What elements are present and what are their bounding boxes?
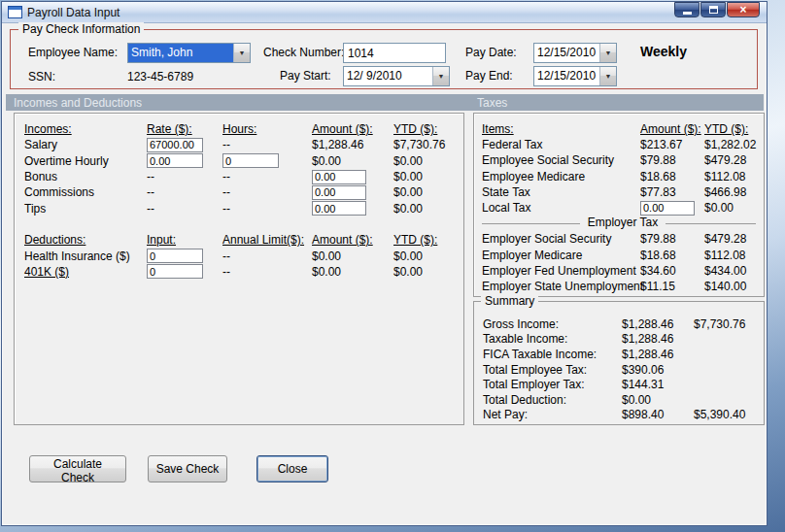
column-header-ded-amount: Amount ($):: [312, 233, 393, 247]
bonus-amount-input[interactable]: [312, 170, 366, 184]
calculate-check-button[interactable]: Calculate Check: [29, 455, 126, 482]
column-header-annual-limit: Annual Limit($):: [222, 233, 312, 247]
paycheck-info-groupbox: Pay Check Information Employee Name: Smi…: [10, 29, 758, 89]
pay-start-picker[interactable]: 12/ 9/2010 ▼: [343, 66, 450, 86]
column-header-amount: Amount ($):: [312, 122, 393, 136]
app-icon: [8, 6, 22, 18]
summary-amount-gross: $1,288.46: [622, 317, 694, 331]
summary-ytd-gross: $7,730.76: [694, 317, 764, 331]
dropdown-arrow-icon[interactable]: ▼: [599, 44, 616, 62]
summary-amount-total-employee-tax: $390.06: [622, 363, 694, 377]
summary-label-total-deduction: Total Deduction:: [483, 393, 622, 407]
salary-hours: --: [222, 138, 312, 151]
dropdown-arrow-icon[interactable]: ▼: [233, 44, 250, 62]
close-window-button[interactable]: ×: [727, 2, 760, 17]
overtime-amount: $0.00: [312, 154, 393, 168]
check-number-input[interactable]: [343, 43, 446, 63]
commissions-rate: --: [147, 185, 222, 199]
tax-ytd-federal: $1,282.02: [704, 138, 764, 151]
overtime-hours-input[interactable]: [222, 153, 279, 168]
summary-legend: Summary: [481, 294, 538, 308]
tax-amount-federal: $213.67: [640, 138, 704, 151]
local-tax-input[interactable]: [640, 201, 695, 216]
tips-amount-input[interactable]: [312, 201, 366, 216]
column-header-ded-ytd: YTD ($):: [393, 233, 463, 247]
summary-label-fica: FICA Taxable Income:: [483, 348, 622, 361]
window-titlebar[interactable]: Payroll Data Input ×: [2, 2, 767, 23]
dropdown-arrow-icon[interactable]: ▼: [599, 67, 616, 85]
ssn-value: 123-45-6789: [127, 70, 193, 83]
tax-ytd-employer-medicare: $112.08: [704, 249, 764, 262]
summary-label-taxable: Taxable Income:: [483, 332, 622, 346]
section-header-taxes: Taxes: [477, 96, 507, 110]
401k-limit: --: [222, 265, 312, 279]
tax-label-employer-state-unemp: Employer State Unemployment: [482, 280, 640, 293]
section-band: Incomes and Deductions Taxes: [6, 94, 764, 111]
bonus-hours: --: [222, 170, 312, 183]
health-insurance-ytd: $0.00: [393, 249, 463, 263]
bonus-rate: --: [147, 170, 222, 183]
salary-rate-input[interactable]: [147, 138, 203, 152]
tax-ytd-employee-medicare: $112.08: [704, 170, 764, 183]
pay-date-picker[interactable]: 12/15/2010 ▼: [533, 43, 617, 63]
health-insurance-input[interactable]: [147, 249, 203, 263]
tax-amount-employer-fed-unemp: $34.60: [640, 264, 704, 278]
save-check-button[interactable]: Save Check: [148, 455, 227, 482]
dropdown-arrow-icon[interactable]: ▼: [432, 67, 449, 85]
tax-label-employee-ss: Employee Social Security: [482, 153, 640, 167]
check-number-label: Check Number:: [263, 46, 344, 59]
tax-amount-employer-state-unemp: $11.15: [640, 280, 704, 293]
column-header-incomes: Incomes:: [24, 122, 147, 136]
401k-input[interactable]: [147, 264, 203, 279]
taxes-panel: Items: Amount ($): YTD ($): Federal Tax …: [473, 113, 765, 297]
health-insurance-limit: --: [222, 249, 312, 263]
summary-amount-total-deduction: $0.00: [622, 393, 694, 407]
payroll-window: Payroll Data Input × Pay Check Informati…: [1, 1, 768, 526]
close-icon: ×: [739, 4, 746, 16]
income-label-salary: Salary: [24, 138, 147, 151]
commissions-amount-input[interactable]: [312, 185, 366, 200]
tax-ytd-employer-ss: $479.28: [704, 232, 764, 246]
close-action-button[interactable]: Close: [256, 455, 328, 482]
deduction-label-401k-link[interactable]: 401K ($): [24, 265, 147, 279]
income-label-bonus: Bonus: [24, 170, 147, 183]
tax-ytd-state: $466.98: [704, 185, 764, 199]
401k-amount: $0.00: [312, 265, 393, 279]
maximize-button[interactable]: [700, 2, 726, 17]
summary-label-net-pay: Net Pay:: [483, 408, 622, 421]
column-header-tax-items: Items:: [482, 122, 640, 136]
summary-amount-total-employer-tax: $144.31: [622, 378, 694, 391]
pay-date-value: 12/15/2010: [534, 44, 599, 62]
tips-ytd: $0.00: [393, 202, 463, 216]
column-header-ytd: YTD ($):: [393, 122, 463, 136]
summary-label-gross: Gross Income:: [483, 317, 622, 331]
column-header-input: Input:: [147, 233, 222, 247]
commissions-ytd: $0.00: [393, 185, 463, 199]
employee-name-value: Smith, John: [128, 44, 233, 62]
column-header-tax-ytd: YTD ($):: [704, 122, 764, 136]
tax-label-employer-ss: Employer Social Security: [482, 232, 640, 246]
tax-amount-employee-medicare: $18.68: [640, 170, 704, 183]
tax-label-employee-medicare: Employee Medicare: [482, 170, 640, 183]
tax-ytd-local: $0.00: [704, 201, 764, 215]
employee-name-label: Employee Name:: [28, 46, 118, 59]
employee-name-combobox[interactable]: Smith, John ▼: [127, 43, 251, 63]
summary-groupbox: Summary Gross Income: $1,288.46 $7,730.7…: [473, 301, 765, 425]
pay-end-picker[interactable]: 12/15/2010 ▼: [533, 66, 617, 86]
tax-label-employer-fed-unemp: Employer Fed Unemployment: [482, 264, 640, 278]
minimize-button[interactable]: [674, 2, 700, 17]
tax-ytd-employee-ss: $479.28: [704, 153, 764, 167]
tax-label-employer-medicare: Employer Medicare: [482, 249, 640, 262]
deduction-label-health-insurance: Health Insurance ($): [24, 249, 147, 263]
overtime-rate-input[interactable]: [147, 153, 203, 168]
summary-label-total-employee-tax: Total Employee Tax:: [483, 363, 622, 377]
401k-ytd: $0.00: [393, 265, 463, 279]
bonus-ytd: $0.00: [393, 170, 463, 183]
summary-amount-taxable: $1,288.46: [622, 332, 694, 346]
paycheck-info-legend: Pay Check Information: [18, 22, 144, 36]
pay-end-value: 12/15/2010: [534, 67, 599, 85]
column-header-rate: Rate ($):: [147, 122, 222, 136]
tips-rate: --: [147, 202, 222, 216]
summary-label-total-employer-tax: Total Employer Tax:: [483, 378, 622, 391]
income-label-overtime: Overtime Hourly: [24, 154, 147, 168]
